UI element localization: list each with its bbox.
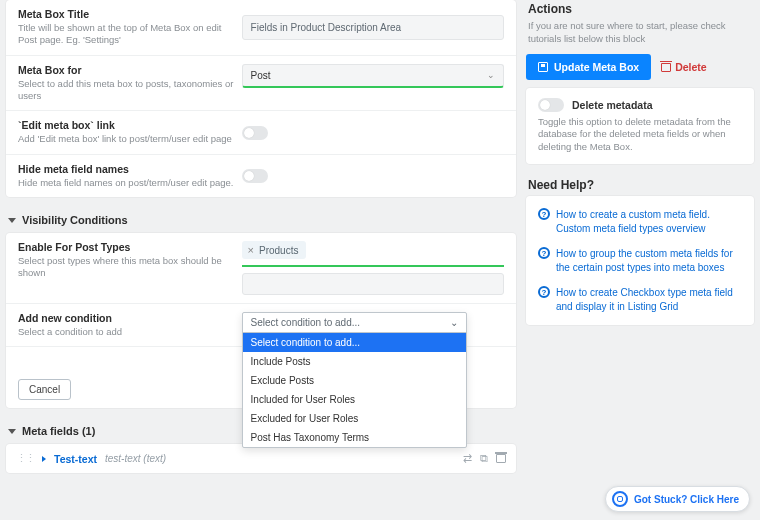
cancel-button[interactable]: Cancel xyxy=(18,379,71,400)
bot-icon xyxy=(612,491,628,507)
trash-icon xyxy=(661,61,671,72)
metafields-card: ⋮⋮ Test-text test-text (text) ⇄ ⧉ xyxy=(6,444,516,473)
trash-icon[interactable] xyxy=(496,452,506,463)
chevron-down-icon xyxy=(8,429,16,434)
enable-posttypes-desc: Select post types where this meta box sh… xyxy=(18,255,242,280)
copy-icon[interactable]: ⧉ xyxy=(480,452,488,465)
metabox-for-select[interactable]: Post ⌄ xyxy=(242,64,504,88)
enable-posttypes-label: Enable For Post Types xyxy=(18,241,242,253)
condition-option[interactable]: Included for User Roles xyxy=(243,390,466,409)
posttype-add-input[interactable] xyxy=(242,273,504,295)
help-card: ? How to create a custom meta field. Cus… xyxy=(526,196,754,325)
delete-metadata-toggle[interactable] xyxy=(538,98,564,112)
help-icon: ? xyxy=(538,247,550,259)
delete-metadata-title: Delete metadata xyxy=(572,99,653,111)
chevron-right-icon xyxy=(42,456,46,462)
posttype-tag[interactable]: × Products xyxy=(242,241,307,259)
hide-names-desc: Hide meta field names on post/term/user … xyxy=(18,177,242,189)
help-icon: ? xyxy=(538,286,550,298)
actions-note: If you are not sure where to start, plea… xyxy=(526,20,754,54)
condition-option[interactable]: Select condition to add... xyxy=(243,333,466,352)
condition-option[interactable]: Include Posts xyxy=(243,352,466,371)
metabox-for-desc: Select to add this meta box to posts, ta… xyxy=(18,78,242,103)
delete-button[interactable]: Delete xyxy=(661,61,707,73)
condition-option[interactable]: Exclude Posts xyxy=(243,371,466,390)
edit-link-toggle[interactable] xyxy=(242,126,268,140)
visibility-heading[interactable]: Visibility Conditions xyxy=(6,207,516,233)
metafield-row[interactable]: ⋮⋮ Test-text test-text (text) ⇄ ⧉ xyxy=(6,444,516,473)
help-icon: ? xyxy=(538,208,550,220)
got-stuck-button[interactable]: Got Stuck? Click Here xyxy=(605,486,750,512)
help-link[interactable]: How to create Checkbox type meta field a… xyxy=(556,286,742,313)
edit-link-label: `Edit meta box` link xyxy=(18,119,242,131)
metabox-settings-card: Meta Box Title Title will be shown at th… xyxy=(6,0,516,197)
drag-handle-icon[interactable]: ⋮⋮ xyxy=(16,452,34,465)
update-metabox-button[interactable]: Update Meta Box xyxy=(526,54,651,80)
condition-select[interactable]: Select condition to add... ⌄ xyxy=(243,313,466,333)
metabox-title-label: Meta Box Title xyxy=(18,8,242,20)
metabox-for-label: Meta Box for xyxy=(18,64,242,76)
condition-dropdown: Select condition to add... ⌄ Select cond… xyxy=(242,312,467,448)
delete-metadata-card: Delete metadata Toggle this option to de… xyxy=(526,88,754,164)
chevron-down-icon xyxy=(8,218,16,223)
actions-heading: Actions xyxy=(526,0,754,20)
help-link[interactable]: How to create a custom meta field. Custo… xyxy=(556,208,742,235)
add-condition-desc: Select a condition to add xyxy=(18,326,242,338)
remove-tag-icon[interactable]: × xyxy=(248,244,254,256)
delete-metadata-desc: Toggle this option to delete metadata fr… xyxy=(538,116,742,154)
hide-names-toggle[interactable] xyxy=(242,169,268,183)
edit-link-desc: Add 'Edit meta box' link to post/term/us… xyxy=(18,133,242,145)
visibility-card: Enable For Post Types Select post types … xyxy=(6,233,516,408)
shuffle-icon[interactable]: ⇄ xyxy=(463,452,472,465)
help-link[interactable]: How to group the custom meta fields for … xyxy=(556,247,742,274)
hide-names-label: Hide meta field names xyxy=(18,163,242,175)
metabox-for-value: Post xyxy=(251,70,271,81)
help-heading: Need Help? xyxy=(526,176,754,196)
save-icon xyxy=(538,62,548,72)
condition-option[interactable]: Excluded for User Roles xyxy=(243,409,466,428)
metafield-slug: test-text (text) xyxy=(105,453,166,464)
condition-option[interactable]: Post Has Taxonomy Terms xyxy=(243,428,466,447)
metabox-title-input[interactable] xyxy=(242,15,504,40)
add-condition-label: Add new condition xyxy=(18,312,242,324)
metabox-title-desc: Title will be shown at the top of Meta B… xyxy=(18,22,242,47)
metafield-name: Test-text xyxy=(54,453,97,465)
chevron-down-icon: ⌄ xyxy=(450,317,458,328)
chevron-down-icon: ⌄ xyxy=(487,70,495,80)
